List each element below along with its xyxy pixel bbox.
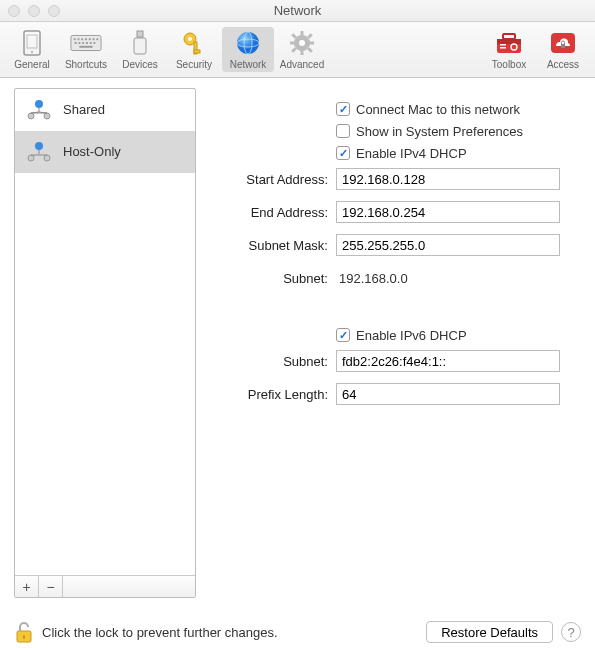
svg-rect-1 (27, 35, 37, 48)
end-address-label: End Address: (208, 205, 336, 220)
enable-ipv6-checkbox[interactable] (336, 328, 350, 342)
svg-rect-58 (23, 635, 25, 639)
tab-advanced[interactable]: Advanced (276, 27, 328, 72)
svg-rect-9 (93, 38, 95, 40)
window-title: Network (0, 3, 595, 18)
lock-text: Click the lock to prevent further change… (42, 625, 278, 640)
svg-point-45 (35, 100, 43, 108)
svg-rect-40 (500, 44, 506, 46)
start-address-label: Start Address: (208, 172, 336, 187)
tab-label: Devices (122, 59, 158, 70)
svg-point-2 (31, 51, 33, 53)
svg-rect-30 (301, 50, 304, 55)
remove-network-button[interactable]: − (39, 576, 63, 597)
connect-mac-checkbox[interactable] (336, 102, 350, 116)
svg-rect-8 (89, 38, 91, 40)
tab-label: Security (176, 59, 212, 70)
settings-panel: Connect Mac to this network Show in Syst… (196, 88, 595, 618)
sidebar-item-label: Shared (63, 102, 105, 117)
svg-point-21 (188, 37, 192, 41)
svg-point-47 (44, 113, 50, 119)
add-network-button[interactable]: + (15, 576, 39, 597)
enable-ipv6-label: Enable IPv6 DHCP (356, 328, 467, 343)
svg-rect-41 (500, 47, 506, 49)
usb-icon (124, 29, 156, 57)
svg-rect-16 (94, 42, 96, 44)
prefix-length-input[interactable] (336, 383, 560, 405)
svg-rect-11 (75, 42, 77, 44)
help-button[interactable]: ? (561, 622, 581, 642)
svg-rect-10 (96, 38, 98, 40)
tab-toolbox[interactable]: Toolbox (483, 27, 535, 72)
svg-rect-44 (561, 44, 565, 48)
tab-shortcuts[interactable]: Shortcuts (60, 27, 112, 72)
gear-icon (286, 29, 318, 57)
connect-mac-label: Connect Mac to this network (356, 102, 520, 117)
svg-rect-5 (78, 38, 80, 40)
network-shared-icon (25, 98, 53, 122)
svg-rect-18 (137, 31, 143, 37)
network-sidebar: Shared Host-Only + − (14, 88, 196, 598)
prefix-length-label: Prefix Length: (208, 387, 336, 402)
svg-rect-6 (81, 38, 83, 40)
show-prefs-label: Show in System Preferences (356, 124, 523, 139)
svg-point-52 (35, 142, 43, 150)
toolbox-icon (493, 29, 525, 57)
svg-rect-23 (194, 50, 200, 53)
sidebar-item-shared[interactable]: Shared (15, 89, 195, 131)
svg-rect-4 (74, 38, 76, 40)
svg-rect-17 (79, 46, 92, 48)
svg-point-24 (237, 32, 259, 54)
svg-rect-15 (90, 42, 92, 44)
svg-rect-14 (86, 42, 88, 44)
globe-icon (232, 29, 264, 57)
svg-point-46 (28, 113, 34, 119)
svg-point-54 (44, 155, 50, 161)
tab-network[interactable]: Network (222, 27, 274, 72)
content-area: Shared Host-Only + − Connect Mac to this… (0, 78, 595, 618)
subnet-label: Subnet: (208, 271, 336, 286)
subnet-value: 192.168.0.0 (336, 271, 408, 286)
svg-rect-19 (134, 38, 146, 54)
tab-label: Toolbox (492, 59, 526, 70)
tab-general[interactable]: General (6, 27, 58, 72)
svg-rect-7 (85, 38, 87, 40)
svg-rect-32 (309, 42, 314, 45)
keyboard-icon (70, 29, 102, 57)
footer: Click the lock to prevent further change… (0, 616, 595, 648)
enable-ipv4-label: Enable IPv4 DHCP (356, 146, 467, 161)
svg-rect-13 (82, 42, 84, 44)
svg-rect-29 (301, 31, 304, 36)
restore-defaults-button[interactable]: Restore Defaults (426, 621, 553, 643)
svg-point-53 (28, 155, 34, 161)
unlock-icon[interactable] (14, 620, 34, 644)
key-icon (178, 29, 210, 57)
cloud-lock-icon (547, 29, 579, 57)
sidebar-item-label: Host-Only (63, 144, 121, 159)
tab-devices[interactable]: Devices (114, 27, 166, 72)
titlebar: Network (0, 0, 595, 22)
svg-rect-12 (78, 42, 80, 44)
sidebar-footer: + − (15, 575, 195, 597)
tab-label: Access (547, 59, 579, 70)
svg-point-28 (299, 40, 305, 46)
sidebar-item-host-only[interactable]: Host-Only (15, 131, 195, 173)
enable-ipv4-checkbox[interactable] (336, 146, 350, 160)
tab-label: Advanced (280, 59, 324, 70)
subnet-mask-label: Subnet Mask: (208, 238, 336, 253)
network-hostonly-icon (25, 140, 53, 164)
ipv6-subnet-label: Subnet: (208, 354, 336, 369)
general-icon (16, 29, 48, 57)
svg-rect-39 (503, 34, 515, 39)
end-address-input[interactable] (336, 201, 560, 223)
svg-rect-31 (290, 42, 295, 45)
tab-label: General (14, 59, 50, 70)
subnet-mask-input[interactable] (336, 234, 560, 256)
tab-security[interactable]: Security (168, 27, 220, 72)
start-address-input[interactable] (336, 168, 560, 190)
toolbar: General Shortcuts Devices Security Netwo… (0, 22, 595, 78)
show-prefs-checkbox[interactable] (336, 124, 350, 138)
tab-label: Network (230, 59, 267, 70)
ipv6-subnet-input[interactable] (336, 350, 560, 372)
tab-access[interactable]: Access (537, 27, 589, 72)
